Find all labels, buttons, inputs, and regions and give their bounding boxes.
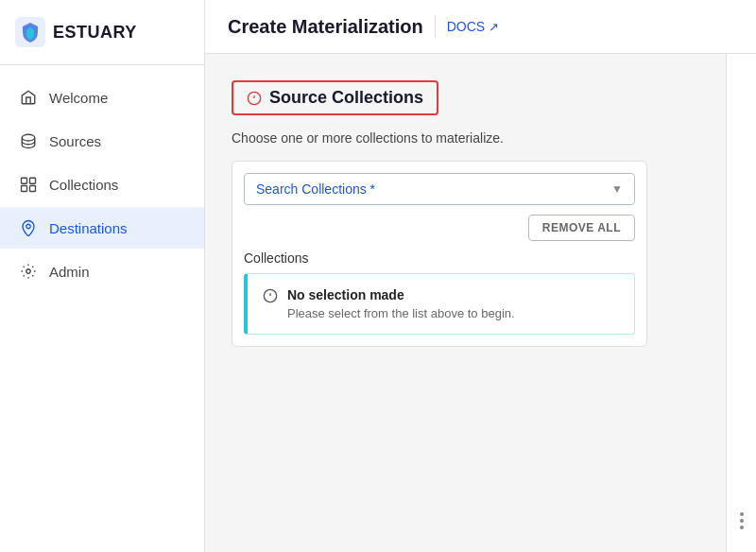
dot-3 bbox=[740, 526, 744, 529]
svg-rect-1 bbox=[22, 178, 27, 183]
section-subtitle: Choose one or more collections to materi… bbox=[232, 130, 699, 146]
remove-all-row: REMOVE ALL bbox=[244, 215, 635, 241]
dot-1 bbox=[740, 512, 744, 516]
svg-rect-4 bbox=[30, 186, 36, 192]
remove-all-button[interactable]: REMOVE ALL bbox=[528, 215, 635, 241]
docs-link[interactable]: DOCS ↗ bbox=[447, 19, 499, 34]
three-dots-menu[interactable] bbox=[740, 512, 744, 529]
admin-icon bbox=[19, 262, 38, 281]
info-icon-red bbox=[247, 91, 262, 106]
svg-point-6 bbox=[26, 269, 31, 274]
svg-point-5 bbox=[26, 224, 31, 229]
collections-icon bbox=[19, 175, 38, 194]
no-selection-subtitle: Please select from the list above to beg… bbox=[287, 306, 515, 320]
chevron-down-icon: ▼ bbox=[611, 182, 623, 196]
page-title: Create Materialization bbox=[228, 16, 423, 38]
sidebar-item-admin[interactable]: Admin bbox=[0, 250, 204, 292]
docs-label: DOCS bbox=[447, 19, 485, 34]
sidebar-item-welcome-label: Welcome bbox=[49, 90, 108, 106]
sidebar-item-collections-label: Collections bbox=[49, 177, 118, 193]
logo-text: ESTUARY bbox=[53, 23, 137, 43]
content-main: Source Collections Choose one or more co… bbox=[205, 54, 726, 552]
search-label: Search Collections * bbox=[256, 181, 375, 197]
sidebar-item-collections[interactable]: Collections bbox=[0, 164, 204, 205]
section-title-text: Source Collections bbox=[269, 88, 423, 108]
main-area: Create Materialization DOCS ↗ So bbox=[205, 0, 756, 552]
header: Create Materialization DOCS ↗ bbox=[205, 0, 756, 54]
logo: ESTUARY bbox=[0, 0, 204, 65]
svg-rect-2 bbox=[30, 178, 36, 183]
no-selection-title: No selection made bbox=[287, 287, 515, 302]
no-selection-card: No selection made Please select from the… bbox=[244, 273, 635, 335]
no-selection-text: No selection made Please select from the… bbox=[287, 287, 515, 320]
sidebar-item-sources[interactable]: Sources bbox=[0, 120, 204, 162]
search-dropdown[interactable]: Search Collections * ▼ bbox=[244, 173, 635, 205]
sidebar-item-destinations[interactable]: Destinations bbox=[0, 207, 204, 249]
sidebar-item-welcome[interactable]: Welcome bbox=[0, 77, 204, 118]
sidebar-item-sources-label: Sources bbox=[49, 133, 101, 149]
content-area: Source Collections Choose one or more co… bbox=[205, 54, 756, 552]
sidebar-nav: Welcome Sources C bbox=[0, 65, 204, 303]
collections-label: Collections bbox=[244, 250, 635, 266]
dot-2 bbox=[740, 519, 744, 523]
sidebar-item-destinations-label: Destinations bbox=[49, 220, 128, 236]
no-selection-info-icon bbox=[263, 288, 278, 307]
search-container: Search Collections * ▼ REMOVE ALL Collec… bbox=[232, 161, 647, 347]
section-header: Source Collections bbox=[232, 80, 699, 115]
sources-icon bbox=[19, 131, 38, 150]
sidebar-item-admin-label: Admin bbox=[49, 264, 90, 280]
section-title-box: Source Collections bbox=[232, 80, 438, 115]
estuary-logo-icon bbox=[15, 17, 45, 47]
right-panel bbox=[726, 54, 756, 552]
home-icon bbox=[19, 88, 38, 107]
destinations-icon bbox=[19, 218, 38, 237]
external-link-icon: ↗ bbox=[489, 20, 499, 34]
header-divider bbox=[435, 15, 436, 38]
sidebar: ESTUARY Welcome Sources bbox=[0, 0, 205, 552]
svg-rect-3 bbox=[22, 186, 27, 192]
